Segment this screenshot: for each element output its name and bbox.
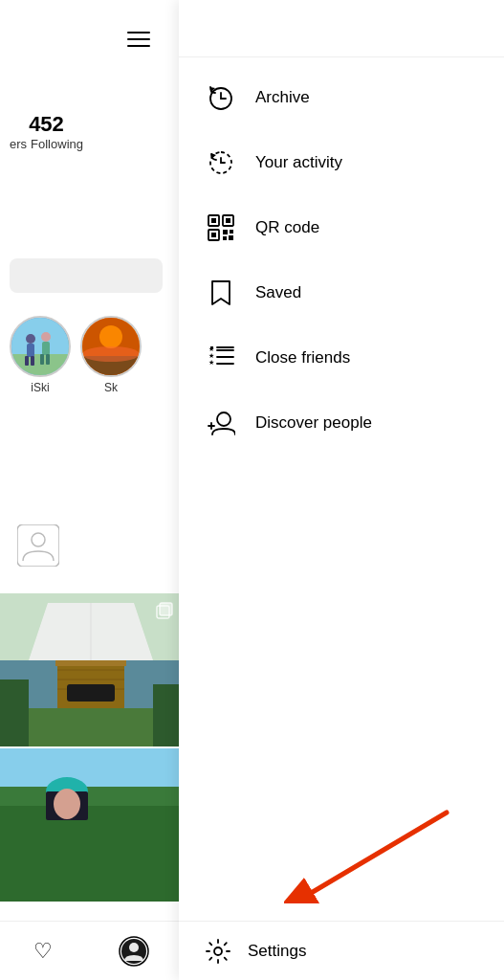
svg-rect-51 <box>230 230 233 234</box>
svg-line-67 <box>313 813 447 892</box>
svg-point-15 <box>32 533 45 546</box>
menu-item-discover-people[interactable]: Discover people <box>179 390 504 456</box>
svg-marker-43 <box>211 153 216 159</box>
svg-point-65 <box>214 947 222 955</box>
menu-item-saved[interactable]: Saved <box>179 260 504 325</box>
followers-label: ers <box>10 137 27 151</box>
svg-rect-25 <box>67 684 115 702</box>
svg-rect-28 <box>153 684 182 746</box>
stories-row: iSki Sk <box>0 316 142 394</box>
svg-point-62 <box>217 412 230 426</box>
red-arrow <box>284 808 456 903</box>
svg-text:★: ★ <box>208 352 214 359</box>
photo-scene-woman <box>0 748 182 902</box>
svg-point-40 <box>129 943 139 952</box>
person-icon <box>17 524 59 567</box>
svg-rect-8 <box>40 354 44 365</box>
story-label-iski: iSki <box>31 381 49 394</box>
bottom-nav-left: ♡ <box>0 921 182 980</box>
svg-rect-30 <box>160 603 172 615</box>
svg-rect-7 <box>42 342 50 355</box>
story-avatar-iski[interactable] <box>10 316 71 377</box>
ski-illustration <box>11 318 69 375</box>
menu-item-archive[interactable]: Archive <box>179 65 504 130</box>
photo-grid <box>0 593 182 902</box>
story-item-sk[interactable]: Sk <box>80 316 142 394</box>
following-count: 452 <box>10 112 83 137</box>
svg-rect-45 <box>211 218 216 223</box>
svg-rect-9 <box>46 354 50 365</box>
hamburger-icon[interactable] <box>127 32 150 47</box>
svg-rect-33 <box>0 806 182 902</box>
photo-item-1 <box>0 593 182 746</box>
profile-nav-icon[interactable] <box>119 936 149 967</box>
copy-icon <box>155 601 174 620</box>
photo-item-2 <box>0 748 182 902</box>
settings-bar[interactable]: Settings <box>179 921 504 980</box>
story-label-sk: Sk <box>104 381 118 394</box>
hamburger-menu[interactable] <box>115 15 163 63</box>
activity-icon <box>206 147 236 178</box>
svg-point-6 <box>41 332 51 342</box>
close-friends-icon: ★ ★ ★ <box>206 343 236 373</box>
qr-icon <box>206 212 236 243</box>
settings-label: Settings <box>248 942 306 961</box>
following-label: Following <box>31 137 83 151</box>
svg-rect-5 <box>31 356 34 366</box>
activity-label: Your activity <box>255 153 342 172</box>
menu-item-close-friends[interactable]: ★ ★ ★ Close friends <box>179 325 504 390</box>
menu-items: Archive Your activity <box>179 57 504 463</box>
heart-icon[interactable]: ♡ <box>33 939 53 964</box>
archive-icon <box>206 82 236 113</box>
svg-rect-49 <box>211 233 216 237</box>
svg-rect-21 <box>55 660 126 666</box>
close-friends-label: Close friends <box>255 348 350 368</box>
discover-people-label: Discover people <box>255 413 372 433</box>
settings-icon <box>206 939 230 964</box>
story-item[interactable]: iSki <box>10 316 71 394</box>
sk-illustration <box>82 318 140 375</box>
menu-item-your-activity[interactable]: Your activity <box>179 130 504 195</box>
red-arrow-svg <box>284 808 456 903</box>
svg-text:★: ★ <box>208 345 214 352</box>
svg-rect-50 <box>223 230 228 234</box>
svg-point-13 <box>82 346 140 362</box>
saved-label: Saved <box>255 283 301 302</box>
archive-label: Archive <box>255 88 310 107</box>
menu-header <box>179 0 504 57</box>
qr-label: QR code <box>255 218 319 237</box>
svg-text:★: ★ <box>208 359 214 366</box>
svg-rect-27 <box>0 679 29 746</box>
left-panel: 452 ers Following <box>0 0 182 980</box>
story-avatar-sk[interactable] <box>80 316 142 377</box>
menu-item-qr-code[interactable]: QR code <box>179 195 504 260</box>
saved-icon <box>206 278 236 308</box>
svg-rect-52 <box>223 236 227 240</box>
right-panel: Archive Your activity <box>179 0 504 980</box>
svg-point-11 <box>99 325 122 348</box>
svg-point-2 <box>26 334 35 344</box>
svg-rect-53 <box>229 235 233 240</box>
search-bar[interactable] <box>10 258 163 293</box>
discover-icon <box>206 408 236 438</box>
svg-rect-4 <box>25 356 29 366</box>
svg-point-37 <box>54 789 80 819</box>
person-icon-area <box>10 517 67 574</box>
svg-rect-47 <box>226 218 230 223</box>
svg-rect-3 <box>27 344 34 357</box>
following-stats: 452 ers Following <box>10 112 83 151</box>
